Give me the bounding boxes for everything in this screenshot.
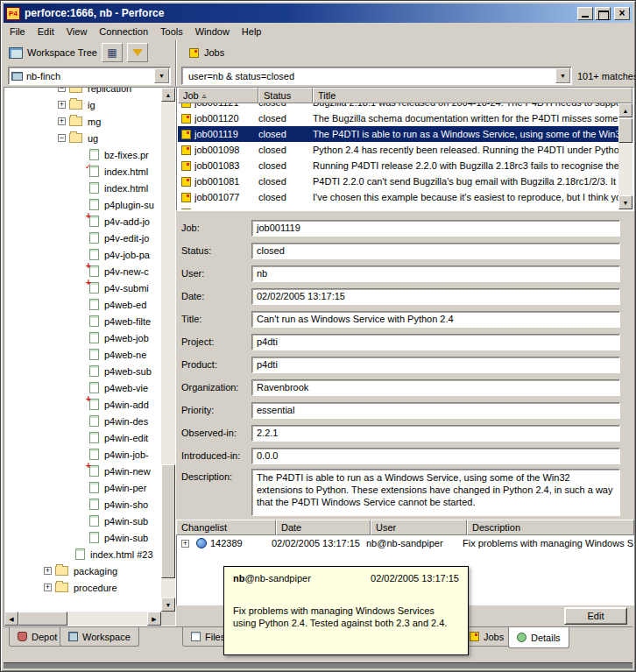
changelist-row[interactable]: 142389 02/02/2005 13:17:15 nb@nb-sandpip… [177,535,633,551]
jobs-vertical-scrollbar[interactable] [618,103,632,209]
panes-button[interactable] [102,43,123,62]
menu-item-edit[interactable]: Edit [32,24,60,39]
introduced-in-field[interactable]: 0.0.0 [251,448,620,464]
app-icon[interactable] [6,7,20,20]
tree-horizontal-scrollbar[interactable] [4,612,161,626]
tree-item[interactable]: ig [5,96,160,113]
tree-item[interactable]: p4win-per [5,479,160,496]
tab-depot[interactable]: Depot [9,627,66,647]
tree-item[interactable]: p4web-sub [5,363,160,379]
tree-item[interactable]: p4win-sub [5,529,160,546]
jobs-filter-combobox[interactable]: user=nb & status=closed [181,67,572,85]
job-row[interactable]: job001083closedRunning P4DTI release 2.2… [178,158,618,173]
tree-item[interactable]: p4plugin-su [5,196,160,213]
tab-details[interactable]: Details [508,627,569,648]
scrollbar-thumb[interactable] [618,118,632,143]
tree-item[interactable]: p4v-new-c [5,263,160,279]
tab-workspace[interactable]: Workspace [60,627,139,647]
tree-item[interactable]: p4v-submi [5,279,160,296]
tree-item[interactable]: p4v-add-jo [5,213,160,230]
collapse-icon[interactable] [58,88,66,92]
menu-item-window[interactable]: Window [189,24,236,39]
menu-item-view[interactable]: View [60,24,94,39]
column-header-description[interactable]: Description [467,520,634,535]
job-row[interactable]: job001077closedI've chosen this example … [178,189,618,205]
expand-icon[interactable] [58,117,66,125]
job-row[interactable]: job001120closedThe Bugzilla schema docum… [178,110,618,126]
scrollbar-thumb[interactable] [161,464,175,578]
tree-item[interactable]: p4web-filte [5,313,160,329]
job-row[interactable]: job001121closedBugzilla 2.18.1 was relea… [178,103,618,110]
job-row[interactable]: job001076closedThe P4DTI... [178,205,618,209]
tree-item[interactable]: procedure [5,579,160,596]
scrollbar-thumb[interactable] [18,612,67,626]
tree-item[interactable]: p4web-ne [5,346,160,363]
menu-item-connection[interactable]: Connection [93,24,154,39]
filter-button[interactable] [127,43,148,62]
menu-item-file[interactable]: File [4,24,32,39]
scroll-left-button[interactable] [4,612,18,626]
job-field[interactable]: job001119 [251,220,620,237]
expand-icon[interactable] [58,101,66,109]
tree-item[interactable]: p4win-sho [5,496,160,513]
window-resize-edge[interactable] [4,662,632,668]
tree-item[interactable]: bz-fixes.pr [5,146,160,163]
tree-item[interactable]: p4win-des [5,413,160,429]
tree-item[interactable]: replication [5,88,160,96]
scroll-down-button[interactable] [161,598,175,612]
column-header-changelist[interactable]: Changelist [176,520,276,535]
edit-button[interactable]: Edit [564,607,627,625]
tree-vertical-scrollbar[interactable] [161,88,175,612]
status-field[interactable]: closed [251,243,620,259]
tree-item[interactable]: p4win-new [5,463,160,479]
expand-icon[interactable] [181,540,189,548]
menu-item-tools[interactable]: Tools [154,24,189,39]
tree-item[interactable]: ug [5,130,160,146]
workspace-combobox-arrow[interactable] [154,68,169,83]
maximize-button[interactable] [595,7,611,20]
tree-item[interactable]: index.html #23 [5,546,160,562]
workspace-combobox[interactable]: nb-finch [8,67,171,85]
product-field[interactable]: p4dti [251,357,620,373]
tree-item[interactable]: packaging [5,562,160,579]
scroll-up-button[interactable] [161,88,175,102]
tree-item[interactable]: p4web-vie [5,379,160,396]
tree-item[interactable]: p4v-job-pa [5,246,160,263]
job-row-selected[interactable]: job001119closedThe P4DTI is able to run … [178,126,618,142]
observed-in-field[interactable]: 2.2.1 [251,425,620,442]
scroll-up-button[interactable] [618,103,632,117]
scroll-down-button[interactable] [618,195,632,209]
expand-icon[interactable] [44,584,52,591]
tree-item[interactable]: p4win-sub [5,513,160,529]
tree-item[interactable]: p4win-add [5,396,160,413]
close-button[interactable] [614,7,630,20]
tree-item[interactable]: mg [5,113,160,130]
tree-item[interactable]: index.html [5,180,160,196]
project-field[interactable]: p4dti [251,334,620,350]
minimize-button[interactable] [577,7,593,20]
column-header-title[interactable]: Title [313,88,632,103]
column-header-date[interactable]: Date [276,520,371,535]
organization-field[interactable]: Ravenbrook [251,379,620,396]
tree-item[interactable]: p4web-job [5,329,160,346]
tree-item[interactable]: p4v-edit-jo [5,230,160,246]
column-header-user[interactable]: User [371,520,467,535]
tree-item[interactable]: p4web-ed [5,296,160,313]
tree-item[interactable]: p4win-job- [5,446,160,463]
priority-field[interactable]: essential [251,402,620,419]
scroll-right-button[interactable] [147,612,161,626]
job-row[interactable]: job001081closedP4DTI 2.2.0 can't send Bu… [178,173,618,189]
column-header-job[interactable]: Job▵ [178,88,258,103]
date-field[interactable]: 02/02/2005 13:17:15 [251,288,620,305]
expand-icon[interactable] [44,567,52,575]
collapse-icon[interactable] [58,134,66,142]
tree-item[interactable]: index.html [5,163,160,180]
jobs-filter-arrow[interactable] [555,68,570,83]
column-header-status[interactable]: Status [258,88,313,103]
title-field[interactable]: Can't run as Windows Service with Python… [251,311,620,328]
tree-item[interactable]: p4win-edit [5,429,160,446]
job-row[interactable]: job001098closedPython 2.4 has recently b… [178,142,618,158]
description-field[interactable]: The P4DTI is able to run as a Windows Se… [251,469,620,516]
user-field[interactable]: nb [251,265,620,282]
menu-item-help[interactable]: Help [236,24,268,39]
